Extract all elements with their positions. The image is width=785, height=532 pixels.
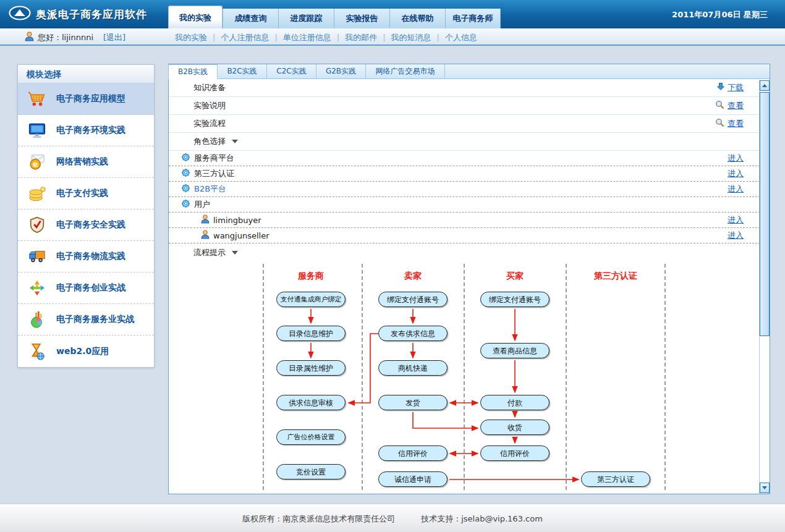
- scrollbar-thumb[interactable]: [760, 92, 770, 336]
- flow-step: 广告位价格设置: [276, 429, 346, 445]
- enter-service-provider-link[interactable]: 进入: [728, 153, 744, 164]
- content-scrollbar[interactable]: [759, 80, 770, 494]
- user-quick-links: 我的实验 个人注册信息 单位注册信息 我的邮件 我的短消息 个人信息: [175, 32, 477, 43]
- flow-step: 查看商品信息: [480, 343, 550, 358]
- role-select-label: 角色选择: [193, 136, 226, 147]
- process-hint-row[interactable]: 流程提示: [169, 243, 770, 262]
- nav-tab-experiment-report[interactable]: 实验报告: [334, 9, 389, 28]
- flow-column-service-provider: 服务商: [298, 271, 324, 282]
- link-unit-registration[interactable]: 单位注册信息: [283, 33, 331, 42]
- enter-limingbuyer-link[interactable]: 进入: [728, 214, 744, 226]
- user-row-limingbuyer: limingbuyer 进入: [169, 213, 770, 228]
- tab-ad-market[interactable]: 网络广告交易市场: [366, 64, 445, 79]
- role-select-row[interactable]: 角色选择: [169, 133, 770, 151]
- link-personal-registration[interactable]: 个人注册信息: [221, 33, 269, 42]
- enter-wangjunseller-link[interactable]: 进入: [728, 230, 744, 241]
- scroll-up-icon: [762, 84, 767, 87]
- tab-g2b[interactable]: G2B实践: [316, 64, 366, 79]
- sidebar-item-label: 电子商务服务业实战: [56, 314, 134, 325]
- link-my-experiments[interactable]: 我的实验: [175, 33, 207, 42]
- app-logo: 奥派电子商务应用软件: [9, 6, 147, 23]
- practice-tabs: B2B实践 B2C实践 C2C实践 G2B实践 网络广告交易市场: [169, 64, 770, 79]
- sidebar-item-ec-application-model[interactable]: 电子商务应用模型: [18, 83, 154, 115]
- sidebar-item-web20[interactable]: web2.0应用: [18, 336, 154, 367]
- person-icon: [201, 214, 210, 226]
- sidebar-item-ec-environment[interactable]: 电子商务环境实践: [18, 115, 154, 146]
- platform-row-b2b: B2B平台 进入: [169, 182, 770, 197]
- nav-tab-ecommerce-specialist[interactable]: 电子商务师: [445, 9, 501, 28]
- link-personal-info[interactable]: 个人信息: [445, 33, 477, 42]
- flow-step: 发布供求信息: [378, 326, 448, 341]
- scroll-down-button[interactable]: [760, 483, 770, 493]
- flow-column-third-party: 第三方认证: [594, 271, 637, 282]
- truck-icon: [18, 247, 56, 266]
- sidebar-item-label: 电子商务安全实践: [56, 219, 125, 230]
- user-avatar-icon: [25, 32, 34, 43]
- sidebar-item-label: web2.0应用: [56, 346, 109, 357]
- shield-icon: [18, 216, 56, 234]
- nav-tab-my-experiments[interactable]: 我的实验: [168, 6, 223, 28]
- sidebar-title: 模块选择: [18, 65, 154, 83]
- tab-b2b[interactable]: B2B实践: [168, 64, 218, 79]
- gear-icon: [181, 199, 190, 210]
- pie-chart-icon: [18, 310, 56, 329]
- flow-step: 信用评价: [378, 445, 448, 461]
- sidebar-item-ec-security[interactable]: 电子商务安全实践: [18, 209, 154, 241]
- flow-step: 付款: [480, 395, 550, 410]
- collapse-triangle-icon[interactable]: [232, 140, 238, 143]
- person-icon: [201, 230, 210, 241]
- flow-step: 第三方认证: [581, 471, 650, 487]
- user-bar: 您好：lijinnnni [退出] 我的实验 个人注册信息 单位注册信息 我的邮…: [0, 28, 785, 46]
- sidebar-item-label: 电子商务应用模型: [56, 93, 125, 104]
- flow-step: 诚信通申请: [378, 471, 448, 487]
- greeting-text: 您好：lijinnnni: [38, 32, 93, 43]
- sidebar-item-label: 网络营销实践: [56, 156, 108, 167]
- enter-third-party-link[interactable]: 进入: [728, 168, 744, 179]
- app-header: 奥派电子商务应用软件 我的实验 成绩查询 进度跟踪 实验报告 在线帮助 电子商务…: [0, 0, 785, 28]
- download-link[interactable]: 下载: [728, 82, 744, 93]
- platform-label: 服务商平台: [194, 153, 234, 164]
- process-hint-label: 流程提示: [193, 247, 226, 258]
- flow-step: 目录信息维护: [276, 326, 346, 341]
- view-flow-link[interactable]: 查看: [728, 118, 744, 129]
- nav-tab-online-help[interactable]: 在线帮助: [389, 9, 445, 28]
- nav-tab-progress-tracking[interactable]: 进度跟踪: [278, 9, 334, 28]
- link-my-messages[interactable]: 我的短消息: [391, 33, 431, 42]
- collapse-triangle-icon[interactable]: [232, 251, 238, 255]
- sidebar-item-network-marketing[interactable]: e 网络营销实践: [18, 146, 154, 178]
- sidebar-item-label: 电子商务环境实践: [56, 125, 125, 136]
- flow-step: 发货: [378, 395, 448, 410]
- platform-label: 第三方认证: [194, 168, 234, 179]
- flow-step: 供求信息审核: [276, 395, 346, 410]
- enter-b2b-link[interactable]: 进入: [728, 184, 744, 195]
- nav-tab-score-query[interactable]: 成绩查询: [223, 9, 278, 28]
- logout-link[interactable]: [退出]: [103, 32, 125, 43]
- sidebar-item-e-payment[interactable]: 电子支付实践: [18, 178, 154, 209]
- flow-step: 竞价设置: [276, 464, 346, 479]
- tab-c2c[interactable]: C2C实践: [267, 64, 316, 79]
- view-description-link[interactable]: 查看: [728, 100, 744, 111]
- download-icon: [717, 83, 724, 93]
- sidebar-item-label: 电子商务物流实践: [56, 251, 125, 262]
- sidebar-item-ec-services[interactable]: 电子商务服务业实战: [18, 304, 154, 336]
- sidebar-item-ec-startup[interactable]: 电子商务创业实战: [18, 272, 154, 304]
- coins-icon: [18, 184, 56, 203]
- content-panel: B2B实践 B2C实践 C2C实践 G2B实践 网络广告交易市场 知识准备 下载…: [168, 64, 770, 494]
- flow-column-seller: 卖家: [404, 271, 422, 282]
- support-text: 技术支持：jselab@vip.163.com: [421, 513, 543, 525]
- scroll-up-button[interactable]: [760, 80, 770, 91]
- flow-step: 目录属性维护: [276, 360, 346, 376]
- username: limingbuyer: [213, 216, 261, 225]
- scroll-down-icon: [762, 486, 767, 489]
- app-title: 奥派电子商务应用软件: [36, 7, 147, 22]
- link-my-mail[interactable]: 我的邮件: [345, 33, 377, 42]
- page-footer: 版权所有：南京奥派信息技术有限责任公司 技术支持：jselab@vip.163.…: [0, 504, 785, 532]
- process-flowchart: 服务商 卖家 买家 第三方认证 支付通集成商户绑定 目录信息维护 目录属性维护 …: [169, 262, 759, 492]
- gear-icon: [181, 153, 190, 164]
- sidebar-item-ec-logistics[interactable]: 电子商务物流实践: [18, 241, 154, 272]
- flow-step: 商机快递: [378, 360, 448, 376]
- magnifier-icon: [715, 100, 724, 111]
- knowledge-label: 知识准备: [193, 82, 226, 93]
- logo-badge-icon: [9, 6, 31, 23]
- tab-b2c[interactable]: B2C实践: [218, 64, 267, 79]
